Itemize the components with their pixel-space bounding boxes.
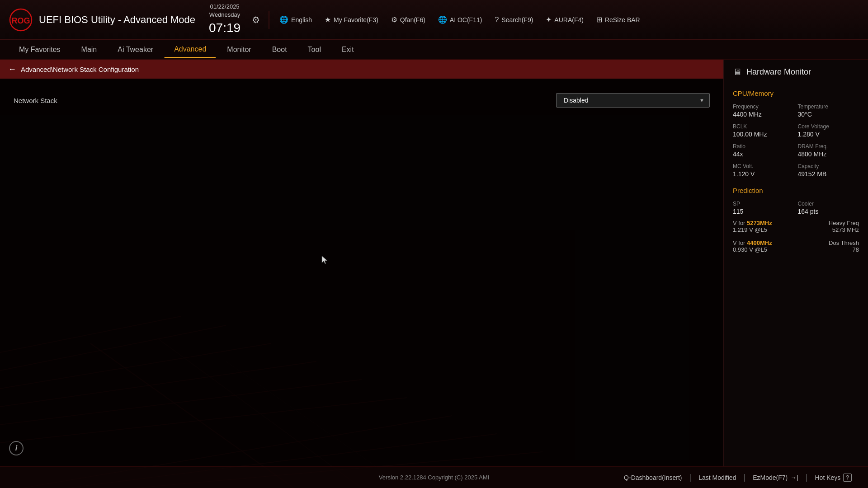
hw-v-5273-row: V for 5273MHz 1.219 V @L5 Heavy Freq 527… bbox=[733, 220, 859, 233]
hardware-monitor-panel: 🖥 Hardware Monitor CPU/Memory Frequency … bbox=[723, 60, 868, 466]
hot-keys-button[interactable]: Hot Keys ? bbox=[808, 471, 859, 484]
search-help-icon: ? bbox=[495, 16, 499, 24]
toolbar-qfan-label: Qfan(F6) bbox=[400, 16, 425, 23]
hw-v-5273-left: V for 5273MHz 1.219 V @L5 bbox=[733, 220, 772, 233]
breadcrumb-bar: ← Advanced\Network Stack Configuration bbox=[0, 60, 723, 79]
ez-mode-button[interactable]: EzMode(F7) →| bbox=[745, 471, 806, 484]
hw-frequency-label: Frequency bbox=[733, 103, 794, 110]
hw-mc-volt-value: 1.120 V bbox=[733, 170, 794, 178]
settings-icon: ⚙ bbox=[252, 14, 260, 25]
header-divider bbox=[269, 11, 269, 29]
ez-mode-icon: →| bbox=[790, 474, 798, 481]
toolbar-resize-bar[interactable]: ⊞ ReSize BAR bbox=[591, 13, 646, 27]
nav-advanced[interactable]: Advanced bbox=[164, 42, 216, 58]
hw-temperature-value: 30°C bbox=[798, 111, 859, 118]
q-dashboard-label: Q-Dashboard(Insert) bbox=[624, 474, 682, 481]
hw-temperature: Temperature 30°C bbox=[798, 103, 859, 118]
toolbar-qfan[interactable]: ⚙ Qfan(F6) bbox=[386, 13, 431, 27]
hw-v-4400-sub: 0.930 V @L5 bbox=[733, 246, 772, 253]
hw-bclk-label: BCLK bbox=[733, 123, 794, 130]
hot-keys-label: Hot Keys bbox=[815, 474, 841, 481]
time-text: 07:19 bbox=[209, 19, 241, 37]
aura-icon: ✦ bbox=[546, 15, 552, 24]
nav-my-favorites[interactable]: My Favorites bbox=[9, 42, 71, 57]
nav-boot[interactable]: Boot bbox=[262, 42, 297, 57]
hw-v-4400-left: V for 4400MHz 0.930 V @L5 bbox=[733, 239, 772, 253]
ai-icon: 🌐 bbox=[438, 15, 447, 24]
toolbar-search-label: Search(F9) bbox=[501, 16, 533, 23]
content-panel: ← Advanced\Network Stack Configuration N… bbox=[0, 60, 723, 466]
globe-icon: 🌐 bbox=[279, 15, 288, 24]
hw-capacity-label: Capacity bbox=[798, 163, 859, 169]
hw-bclk-value: 100.00 MHz bbox=[733, 131, 794, 138]
network-stack-select[interactable]: Disabled Enabled bbox=[556, 93, 710, 108]
toolbar-aura[interactable]: ✦ AURA(F4) bbox=[540, 13, 589, 27]
nav-main[interactable]: Main bbox=[71, 42, 107, 57]
info-icon: i bbox=[9, 441, 24, 455]
toolbar-resize-label: ReSize BAR bbox=[605, 16, 640, 23]
info-area: i bbox=[9, 441, 24, 455]
toolbar-english[interactable]: 🌐 English bbox=[274, 13, 317, 27]
hw-dram-freq-value: 4800 MHz bbox=[798, 150, 859, 158]
app-title: UEFI BIOS Utility - Advanced Mode bbox=[39, 14, 195, 26]
hw-monitor-title-text: Hardware Monitor bbox=[746, 67, 811, 77]
toolbar-ai-oc[interactable]: 🌐 AI OC(F11) bbox=[433, 13, 488, 27]
toolbar-english-label: English bbox=[291, 16, 312, 23]
hw-frequency: Frequency 4400 MHz bbox=[733, 103, 794, 118]
fan-icon: ⚙ bbox=[391, 15, 397, 24]
settings-button[interactable]: ⚙ bbox=[248, 12, 264, 28]
hw-core-voltage-label: Core Voltage bbox=[798, 123, 859, 130]
hw-frequency-value: 4400 MHz bbox=[733, 111, 794, 118]
prediction-sp-cooler: SP 115 Cooler 164 pts bbox=[733, 201, 859, 215]
toolbar-search[interactable]: ? Search(F9) bbox=[489, 13, 538, 27]
nav-monitor[interactable]: Monitor bbox=[217, 42, 261, 57]
hw-ratio-label: Ratio bbox=[733, 143, 794, 150]
hw-heavy-freq-right: Heavy Freq 5273 MHz bbox=[829, 220, 859, 233]
resize-icon: ⊞ bbox=[596, 15, 602, 24]
hw-v-5273-sub: 1.219 V @L5 bbox=[733, 226, 772, 233]
last-modified-label: Last Modified bbox=[698, 474, 736, 481]
hw-mc-volt: MC Volt. 1.120 V bbox=[733, 163, 794, 178]
back-button[interactable]: ← bbox=[8, 65, 16, 74]
q-dashboard-button[interactable]: Q-Dashboard(Insert) bbox=[617, 471, 689, 484]
hw-bclk: BCLK 100.00 MHz bbox=[733, 123, 794, 138]
hw-dos-thresh-value: 78 bbox=[829, 246, 859, 253]
svg-text:ROG: ROG bbox=[11, 16, 30, 25]
cpu-memory-section-title: CPU/Memory bbox=[733, 89, 859, 97]
monitor-icon: 🖥 bbox=[733, 67, 742, 77]
hw-v-5273-label: V for 5273MHz bbox=[733, 220, 772, 226]
settings-area: Network Stack Disabled Enabled i bbox=[0, 79, 723, 466]
version-text: Version 2.22.1284 Copyright (C) 2025 AMI bbox=[379, 474, 489, 481]
nav-tool[interactable]: Tool bbox=[298, 42, 331, 57]
network-stack-row: Network Stack Disabled Enabled bbox=[14, 88, 710, 113]
toolbar: 🌐 English ★ My Favorite(F3) ⚙ Qfan(F6) 🌐… bbox=[274, 13, 646, 27]
favorite-icon: ★ bbox=[325, 15, 331, 24]
toolbar-my-favorite[interactable]: ★ My Favorite(F3) bbox=[319, 13, 384, 27]
hw-v-4400-label: V for 4400MHz bbox=[733, 239, 772, 246]
hw-cooler-value: 164 pts bbox=[798, 208, 859, 215]
hw-dos-thresh-label: Dos Thresh bbox=[829, 239, 859, 246]
hw-ratio: Ratio 44x bbox=[733, 143, 794, 158]
hw-cooler: Cooler 164 pts bbox=[798, 201, 859, 215]
hw-heavy-freq-value: 5273 MHz bbox=[829, 226, 859, 233]
hw-mc-volt-label: MC Volt. bbox=[733, 163, 794, 169]
hw-5273mhz-highlight: 5273MHz bbox=[747, 220, 772, 226]
nav-bar: My Favorites Main Ai Tweaker Advanced Mo… bbox=[0, 40, 868, 60]
rog-logo-icon: ROG bbox=[9, 8, 33, 32]
hw-cooler-label: Cooler bbox=[798, 201, 859, 207]
hw-heavy-freq-label: Heavy Freq bbox=[829, 220, 859, 226]
hw-sp-label: SP bbox=[733, 201, 794, 207]
hot-keys-icon: ? bbox=[843, 474, 852, 482]
day-text: Wednesday bbox=[209, 11, 240, 19]
hw-core-voltage-value: 1.280 V bbox=[798, 131, 859, 138]
hw-dos-thresh-right: Dos Thresh 78 bbox=[829, 239, 859, 253]
toolbar-aura-label: AURA(F4) bbox=[554, 16, 584, 23]
header: ROG UEFI BIOS Utility - Advanced Mode 01… bbox=[0, 0, 868, 40]
last-modified-button[interactable]: Last Modified bbox=[691, 471, 743, 484]
nav-ai-tweaker[interactable]: Ai Tweaker bbox=[108, 42, 163, 57]
hw-dram-freq-label: DRAM Freq. bbox=[798, 143, 859, 150]
breadcrumb: Advanced\Network Stack Configuration bbox=[21, 66, 139, 73]
nav-exit[interactable]: Exit bbox=[332, 42, 364, 57]
network-stack-control: Disabled Enabled bbox=[556, 93, 710, 108]
status-actions: Q-Dashboard(Insert) | Last Modified | Ez… bbox=[617, 471, 859, 484]
